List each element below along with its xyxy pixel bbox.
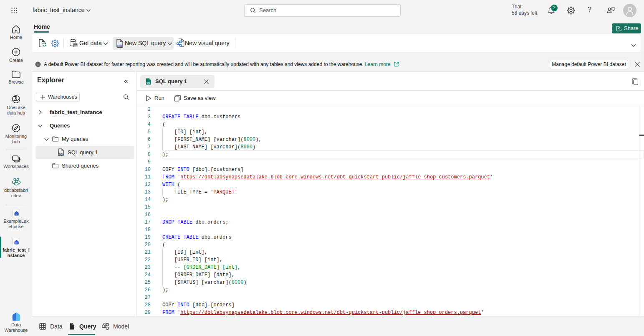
svg-text:SQL: SQL bbox=[59, 153, 64, 155]
svg-text:SQL: SQL bbox=[146, 82, 151, 84]
svg-text:SQL: SQL bbox=[117, 44, 123, 48]
